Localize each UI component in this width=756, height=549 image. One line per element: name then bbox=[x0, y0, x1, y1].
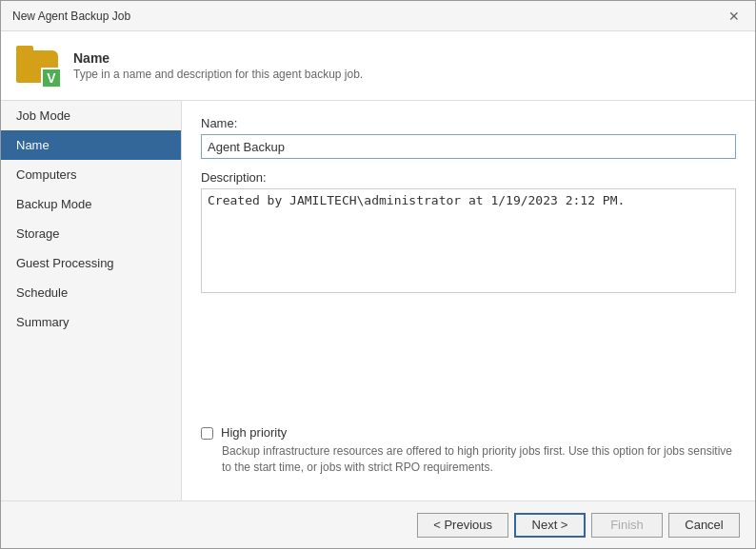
cancel-button[interactable]: Cancel bbox=[668, 513, 740, 538]
header-icon: V bbox=[16, 43, 62, 88]
sidebar: Job Mode Name Computers Backup Mode Stor… bbox=[1, 101, 182, 500]
sidebar-item-guest-processing[interactable]: Guest Processing bbox=[1, 248, 181, 278]
high-priority-label[interactable]: High priority bbox=[221, 425, 287, 440]
high-priority-checkbox[interactable] bbox=[201, 427, 213, 440]
main-panel: Name: Description: High priority Backup … bbox=[182, 101, 755, 500]
name-input[interactable] bbox=[201, 134, 736, 159]
high-priority-section: High priority Backup infrastructure reso… bbox=[201, 416, 736, 485]
finish-button[interactable]: Finish bbox=[591, 513, 663, 538]
spacer bbox=[201, 307, 736, 416]
dialog-title: New Agent Backup Job bbox=[12, 10, 130, 23]
sidebar-item-job-mode[interactable]: Job Mode bbox=[1, 101, 181, 130]
header-area: V Name Type in a name and description fo… bbox=[1, 31, 755, 101]
previous-button[interactable]: < Previous bbox=[417, 513, 508, 538]
sidebar-item-storage[interactable]: Storage bbox=[1, 219, 181, 248]
name-label: Name: bbox=[201, 116, 736, 130]
description-label: Description: bbox=[201, 170, 736, 185]
header-title: Name bbox=[73, 50, 363, 66]
sidebar-item-name[interactable]: Name bbox=[1, 130, 181, 160]
high-priority-row: High priority bbox=[201, 425, 736, 440]
title-bar: New Agent Backup Job ✕ bbox=[1, 1, 755, 31]
sidebar-item-schedule[interactable]: Schedule bbox=[1, 278, 181, 307]
sidebar-item-computers[interactable]: Computers bbox=[1, 160, 181, 189]
name-field-group: Name: bbox=[201, 116, 736, 159]
v-badge-icon: V bbox=[41, 68, 62, 88]
content-area: Job Mode Name Computers Backup Mode Stor… bbox=[1, 101, 755, 500]
next-button[interactable]: Next > bbox=[514, 513, 586, 538]
footer: < Previous Next > Finish Cancel bbox=[1, 500, 755, 548]
dialog: New Agent Backup Job ✕ V Name Type in a … bbox=[0, 0, 756, 549]
description-field-group: Description: bbox=[201, 170, 736, 296]
header-description: Type in a name and description for this … bbox=[73, 68, 363, 81]
header-text: Name Type in a name and description for … bbox=[73, 50, 363, 81]
sidebar-item-backup-mode[interactable]: Backup Mode bbox=[1, 189, 181, 219]
description-textarea[interactable] bbox=[201, 188, 736, 293]
sidebar-item-summary[interactable]: Summary bbox=[1, 307, 181, 337]
close-button[interactable]: ✕ bbox=[725, 7, 744, 26]
high-priority-description: Backup infrastructure resources are offe… bbox=[201, 443, 736, 476]
